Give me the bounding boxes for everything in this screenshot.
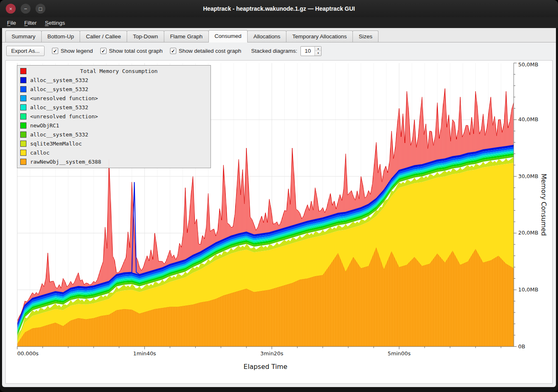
legend-item: newObjRC1 (20, 121, 208, 130)
minimize-icon: − (24, 6, 27, 12)
show-total-cost-label: Show total cost graph (109, 48, 163, 54)
legend-swatch (20, 95, 26, 101)
minimize-button[interactable]: − (21, 4, 31, 14)
window-frame: × − □ Heaptrack - heaptrack.wakunode.1.g… (0, 0, 558, 392)
show-legend-checkbox[interactable]: ✓ Show legend (52, 48, 93, 54)
svg-text:1min40s: 1min40s (133, 350, 156, 357)
menu-filter[interactable]: Filter (21, 19, 40, 27)
consumed-chart-area[interactable]: 00.000s1min40s3min20s5min00s0B10,0MB20,0… (5, 60, 553, 384)
legend-label: newObjRC1 (30, 122, 59, 129)
tab-bottom-up[interactable]: Bottom-Up (41, 31, 80, 42)
legend-item: <unresolved function> (20, 94, 208, 103)
tab-consumed[interactable]: Consumed (208, 30, 248, 42)
tab-allocations[interactable]: Allocations (247, 31, 286, 42)
legend-swatch (20, 150, 26, 156)
legend-item: rawNewObj__system_6388 (20, 157, 208, 166)
tab-sizes[interactable]: Sizes (352, 31, 378, 42)
show-detailed-cost-checkbox[interactable]: ✓ Show detailed cost graph (170, 48, 241, 54)
menu-settings[interactable]: Settings (41, 19, 69, 27)
tab-caller-callee[interactable]: Caller / Callee (80, 31, 127, 42)
svg-text:10,0MB: 10,0MB (518, 286, 539, 293)
toolbar: Export As... ✓ Show legend ✓ Show total … (2, 42, 556, 59)
legend-item: alloc__system_5332 (20, 85, 208, 94)
close-icon: × (9, 6, 12, 12)
tab-summary[interactable]: Summary (5, 31, 42, 42)
legend-title-row: Total Memory Consumption (20, 66, 208, 75)
spinbox-arrows: ▲ ▼ (314, 47, 321, 56)
checkbox-checked-icon: ✓ (52, 48, 58, 54)
window-title: Heaptrack - heaptrack.wakunode.1.gz — He… (203, 5, 355, 12)
svg-text:30,0MB: 30,0MB (518, 173, 539, 179)
svg-text:00.000s: 00.000s (17, 350, 39, 357)
tab-bar: Summary Bottom-Up Caller / Callee Top-Do… (2, 28, 556, 42)
window-buttons: × − □ (6, 0, 45, 17)
spinbox-down-button[interactable]: ▼ (315, 51, 321, 56)
svg-text:3min20s: 3min20s (260, 350, 284, 357)
export-as-button[interactable]: Export As... (6, 46, 45, 56)
titlebar[interactable]: × − □ Heaptrack - heaptrack.wakunode.1.g… (0, 0, 558, 17)
legend-label: <unresolved function> (30, 113, 98, 120)
legend-swatch (20, 113, 26, 120)
stacked-diagrams-label: Stacked diagrams: (251, 48, 298, 54)
show-legend-label: Show legend (61, 48, 93, 54)
tab-top-down[interactable]: Top-Down (127, 31, 164, 42)
checkbox-checked-icon: ✓ (100, 48, 106, 54)
legend-label: alloc__system_5332 (30, 131, 88, 138)
menu-file[interactable]: File (3, 19, 20, 27)
maximize-icon: □ (39, 6, 42, 12)
svg-text:Elapsed Time: Elapsed Time (244, 363, 287, 371)
svg-text:Memory Consumed: Memory Consumed (540, 174, 548, 236)
legend-swatch (20, 122, 26, 129)
legend-label: calloc (30, 150, 50, 156)
checkbox-checked-icon: ✓ (170, 48, 176, 54)
legend-label: sqlite3MemMalloc (30, 141, 82, 147)
show-detailed-cost-label: Show detailed cost graph (179, 48, 241, 54)
maximize-button[interactable]: □ (35, 4, 45, 14)
legend-item: calloc (20, 148, 208, 157)
legend-swatch (20, 131, 26, 138)
legend-swatch (20, 159, 26, 165)
tab-flame-graph[interactable]: Flame Graph (164, 31, 209, 42)
legend-swatch (20, 104, 26, 110)
legend-swatch (20, 77, 26, 83)
legend-item: <unresolved function> (20, 112, 208, 121)
legend-label: <unresolved function> (30, 95, 98, 101)
close-button[interactable]: × (6, 4, 16, 14)
legend-item: alloc__system_5332 (20, 130, 208, 139)
tab-temporary-allocations[interactable]: Temporary Allocations (286, 31, 353, 42)
legend-label: alloc__system_5332 (30, 77, 88, 83)
menubar: File Filter Settings (0, 17, 558, 28)
legend-label: alloc__system_5332 (30, 104, 88, 110)
svg-text:5min00s: 5min00s (388, 350, 411, 357)
svg-text:40,0MB: 40,0MB (518, 116, 539, 122)
legend-label: rawNewObj__system_6388 (30, 159, 101, 165)
legend-item: alloc__system_5332 (20, 75, 208, 85)
spinbox-value: 10 (301, 47, 314, 56)
svg-text:0B: 0B (518, 343, 525, 350)
svg-text:50,0MB: 50,0MB (518, 61, 539, 68)
spinbox-up-button[interactable]: ▲ (315, 47, 321, 52)
legend-swatch (20, 86, 26, 92)
stacked-diagrams-spinbox[interactable]: 10 ▲ ▼ (300, 46, 322, 56)
legend-item: alloc__system_5332 (20, 103, 208, 112)
legend-label: alloc__system_5332 (30, 86, 88, 92)
legend-swatch-total (20, 68, 26, 74)
legend-title: Total Memory Consumption (30, 68, 208, 74)
legend-item: sqlite3MemMalloc (20, 139, 208, 148)
legend-swatch (20, 141, 26, 147)
client-area: Summary Bottom-Up Caller / Callee Top-Do… (2, 28, 556, 387)
svg-text:20,0MB: 20,0MB (518, 230, 539, 236)
chart-legend: Total Memory Consumption alloc__system_5… (17, 65, 211, 168)
show-total-cost-checkbox[interactable]: ✓ Show total cost graph (100, 48, 163, 54)
